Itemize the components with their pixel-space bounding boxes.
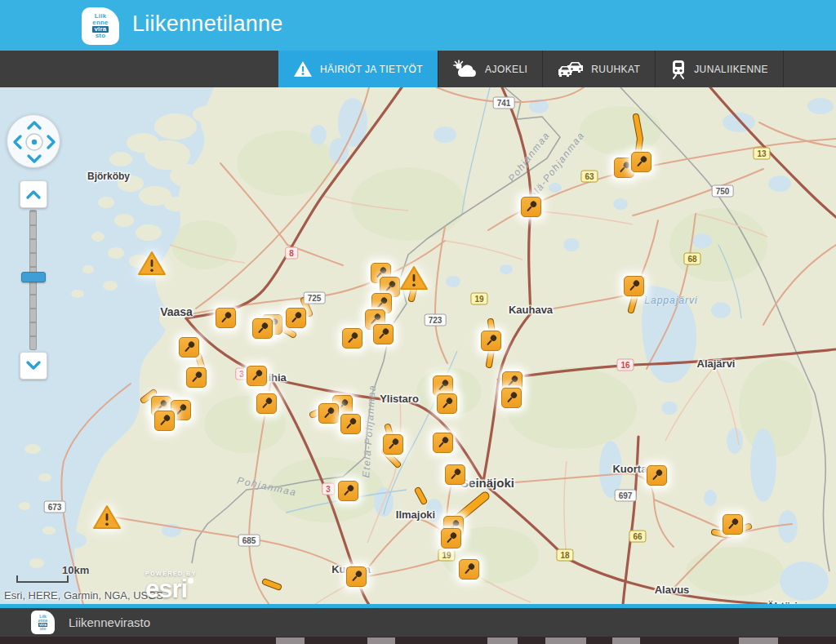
shovel-icon	[290, 311, 302, 324]
route-badge: 19	[438, 549, 455, 562]
main-nav: HÄIRIÖT JA TIETYÖT AJOKELI	[0, 51, 836, 87]
logo-line: sto	[96, 33, 106, 39]
pan-down-icon	[29, 156, 40, 162]
tab-hairiot-ja-tietyot[interactable]: HÄIRIÖT JA TIETYÖT	[278, 51, 438, 87]
route-badge: 66	[629, 531, 646, 543]
roadwork-marker[interactable]	[647, 465, 667, 486]
logo-line: sto	[40, 627, 47, 631]
roadwork-marker[interactable]	[723, 514, 743, 535]
roadwork-marker[interactable]	[521, 197, 541, 217]
roadwork-marker[interactable]	[342, 328, 362, 349]
roadwork-marker[interactable]	[501, 388, 522, 408]
route-badge: 697	[615, 490, 637, 502]
roadwork-marker[interactable]	[252, 318, 273, 339]
traffic-cars-icon	[558, 60, 584, 78]
powered-by-text: POWERED BY	[145, 571, 197, 576]
roadwork-marker[interactable]	[459, 559, 479, 580]
roadwork-marker[interactable]	[338, 481, 358, 501]
roadwork-marker[interactable]	[481, 331, 501, 351]
weather-cloud-icon	[453, 60, 478, 79]
roadwork-marker[interactable]	[318, 403, 339, 424]
shovel-icon	[384, 280, 396, 293]
tab-ruuhkat[interactable]: RUUHKAT	[542, 51, 655, 87]
scale-label: 10km	[62, 564, 89, 576]
traffic-warning-marker[interactable]	[399, 265, 429, 291]
roadwork-marker[interactable]	[437, 393, 457, 414]
roadwork-marker[interactable]	[247, 366, 267, 386]
tab-ajokeli[interactable]: AJOKELI	[438, 51, 542, 87]
zoom-out-button[interactable]	[20, 352, 47, 380]
route-badge: 750	[712, 185, 734, 198]
roadwork-marker[interactable]	[433, 433, 453, 453]
map-overlays: BjörköbyVaasaLaihiaYlistaroKauhavaSeinäj…	[0, 87, 836, 605]
roadwork-marker[interactable]	[340, 414, 361, 434]
route-badge: 685	[238, 535, 260, 547]
city-label: Ilmajoki	[396, 509, 435, 521]
thumbnail-fragment	[276, 637, 305, 644]
route-badge: 68	[683, 253, 700, 265]
shovel-icon	[376, 296, 388, 309]
route-badge: 63	[580, 171, 598, 183]
route-badge: 725	[304, 292, 326, 304]
route-badge: 741	[493, 97, 515, 109]
shovel-icon	[256, 322, 269, 335]
roadwork-marker[interactable]	[373, 324, 394, 344]
tab-junaliikenne[interactable]: JUNALIIKENNE	[655, 51, 784, 87]
route-badge: 13	[753, 148, 770, 160]
shovel-icon	[485, 334, 497, 347]
shovel-icon	[220, 311, 232, 324]
roadwork-marker[interactable]	[624, 276, 644, 296]
roadwork-marker[interactable]	[631, 152, 651, 172]
chevron-up-icon	[28, 192, 39, 198]
app-footer: Liik enne vira sto Liikennevirasto	[0, 608, 836, 637]
scale-bar	[16, 575, 69, 583]
esri-wordmark: esri	[145, 575, 187, 603]
pan-compass[interactable]	[7, 114, 60, 168]
roadwork-marker[interactable]	[286, 308, 306, 328]
zoom-slider-handle[interactable]	[21, 272, 46, 282]
shovel-icon	[350, 570, 362, 583]
warning-triangle-icon	[293, 60, 313, 78]
roadwork-marker[interactable]	[216, 308, 236, 328]
city-label: Kauhava	[509, 304, 553, 316]
thumbnail-fragment	[739, 637, 778, 644]
map[interactable]: BjörköbyVaasaLaihiaYlistaroKauhavaSeinäj…	[0, 87, 836, 605]
shovel-icon	[346, 331, 358, 344]
region-label: Etelä-Pohjanmaa	[360, 384, 378, 477]
shovel-icon	[190, 371, 202, 384]
roadwork-marker[interactable]	[179, 337, 199, 358]
shovel-icon	[525, 200, 537, 213]
roadwork-marker[interactable]	[346, 566, 367, 587]
esri-registered-icon	[188, 578, 193, 584]
route-badge: 673	[44, 501, 66, 513]
map-attribution: Esri, HERE, Garmin, NGA, USGS	[4, 589, 163, 602]
pan-left-icon	[15, 136, 20, 148]
roadwork-marker[interactable]	[383, 434, 403, 455]
thumbnail-fragment	[612, 637, 640, 644]
roadwork-marker[interactable]	[154, 411, 175, 431]
city-label: Vaasa	[160, 305, 193, 318]
shovel-icon	[463, 562, 475, 575]
shovel-icon	[635, 155, 647, 168]
city-label: Seinäjoki	[460, 476, 514, 490]
roadwork-marker[interactable]	[256, 393, 277, 414]
thumbnail-fragment	[545, 637, 586, 644]
app-header: Liik enne vira sto Liikennetilanne	[0, 0, 836, 51]
thumbnail-fragment	[367, 637, 395, 644]
shovel-icon	[618, 161, 630, 174]
shovel-icon	[449, 468, 461, 481]
traffic-warning-marker[interactable]	[92, 504, 122, 531]
shovel-icon	[628, 279, 640, 292]
bottom-thumbnail-strip	[0, 637, 836, 644]
roadwork-marker[interactable]	[441, 528, 461, 549]
shovel-icon	[183, 340, 195, 353]
roadwork-marker[interactable]	[186, 367, 207, 388]
zoom-in-button[interactable]	[20, 180, 47, 208]
roadwork-marker[interactable]	[445, 464, 465, 485]
liikennevirasto-logo-icon[interactable]: Liik enne vira sto	[82, 7, 119, 45]
tab-label: JUNALIIKENNE	[694, 64, 768, 75]
traffic-warning-marker[interactable]	[137, 251, 167, 277]
liikennevirasto-footer-logo-icon: Liik enne vira sto	[31, 611, 55, 634]
water-label: Lappajärvi	[644, 295, 697, 306]
shovel-icon	[727, 517, 739, 531]
